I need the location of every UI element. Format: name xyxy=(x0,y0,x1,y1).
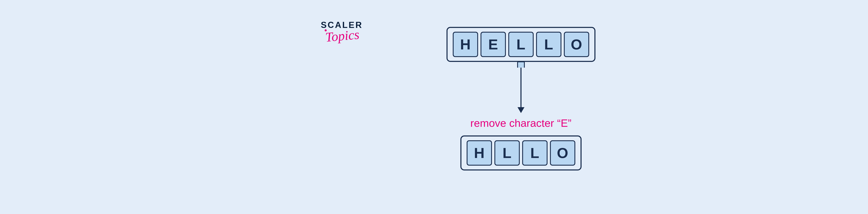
char-cell: O xyxy=(564,32,589,57)
output-string-box: H L L O xyxy=(460,136,582,171)
char-cell: L xyxy=(494,140,520,166)
char-cell: O xyxy=(550,140,575,166)
logo-sub-text: Topics xyxy=(325,27,360,45)
char-cell: H xyxy=(453,32,478,57)
char-cell: H xyxy=(467,140,492,166)
char-cell: L xyxy=(508,32,534,57)
scaler-topics-logo: SCALER Topics xyxy=(321,20,363,43)
input-string-box: H E L L O xyxy=(446,27,595,62)
char-cell: L xyxy=(536,32,561,57)
string-diagram: H E L L O remove character “E” H L L O xyxy=(446,27,595,171)
char-cell: L xyxy=(522,140,548,166)
action-label: remove character “E” xyxy=(470,117,571,129)
arrow-down-icon xyxy=(517,61,525,113)
char-cell: E xyxy=(480,32,506,57)
